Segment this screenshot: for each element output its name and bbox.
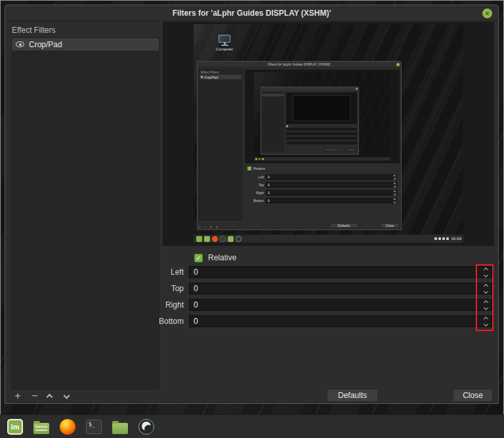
preview-row-field: 0 xyxy=(266,182,397,188)
left-spinner xyxy=(481,267,490,277)
spin-up-icon[interactable] xyxy=(483,283,488,288)
preview-spinner-icons xyxy=(394,183,396,187)
right-label: Right xyxy=(104,300,189,309)
right-row: Right 0 xyxy=(104,299,492,311)
spin-up-icon[interactable] xyxy=(483,316,488,321)
chevron-down-icon xyxy=(64,392,70,399)
spin-down-icon[interactable] xyxy=(483,321,488,326)
relative-checkbox[interactable]: ✓ xyxy=(194,254,203,262)
preview-l2-canvas xyxy=(245,70,400,163)
terminal-icon: $_ xyxy=(86,420,102,434)
visibility-eye-icon[interactable] xyxy=(16,41,24,47)
right-input[interactable]: 0 xyxy=(189,299,492,311)
preview-tray-icon xyxy=(446,237,449,240)
relative-row: ✓ Relative xyxy=(194,252,236,263)
preview-spinner-icons xyxy=(394,175,396,179)
monitor-base xyxy=(221,45,228,46)
preview-l3-titlebar xyxy=(261,87,358,90)
preview-l3-selected-row xyxy=(262,94,284,96)
defaults-button[interactable]: Defaults xyxy=(327,389,378,402)
computer-icon-label: Computer xyxy=(209,47,240,51)
top-row: Top 0 xyxy=(104,283,492,294)
preview-row-field: 0 xyxy=(266,198,397,203)
top-input[interactable]: 0 xyxy=(189,283,492,294)
preview-eye-icon xyxy=(201,76,203,78)
eye-pupil xyxy=(19,43,22,46)
spin-up-icon[interactable] xyxy=(483,300,488,304)
folder-launcher[interactable] xyxy=(112,418,129,435)
chevron-up-icon xyxy=(47,394,53,401)
preview-row-field: 0 xyxy=(266,190,397,195)
preview-l3-taskbar xyxy=(254,157,390,161)
preview-l3-folder-icon xyxy=(262,158,264,160)
preview-l2-video xyxy=(254,72,390,161)
move-filter-down-button[interactable] xyxy=(64,395,74,398)
preview-l3-filter-list xyxy=(262,92,284,151)
preview-l3-close-icon xyxy=(356,88,358,90)
firefox-icon xyxy=(60,419,75,435)
preview-computer-icon: Computer xyxy=(209,35,240,51)
video-preview: Computer Filters for 'aLphr Guides DISPL… xyxy=(194,24,463,243)
obs-launcher[interactable] xyxy=(138,418,155,435)
preview-l3-firefox-icon xyxy=(259,158,261,160)
spin-up-icon[interactable] xyxy=(483,267,488,271)
preview-l3-defaults-button xyxy=(324,148,339,151)
preview-effect-filters-header: Effect Filters xyxy=(200,70,242,75)
preview-taskbar: 01:03 xyxy=(194,234,463,243)
preview-relative-row: Relative xyxy=(247,167,265,170)
bottom-label: Bottom xyxy=(104,317,189,326)
preview-files-icon xyxy=(204,236,210,242)
preview-l3-field xyxy=(286,132,357,135)
right-value: 0 xyxy=(190,300,198,309)
left-input[interactable]: 0 xyxy=(189,266,492,278)
preview-tray-icon xyxy=(442,237,445,240)
spin-down-icon[interactable] xyxy=(483,272,488,277)
desktop-background: Filters for 'aLphr Guides DISPLAY (XSHM)… xyxy=(0,0,504,438)
preview-terminal-icon xyxy=(220,236,226,242)
preview-clock: 01:03 xyxy=(452,237,461,241)
preview-row-label: Right xyxy=(234,191,266,195)
effect-filters-header: Effect Filters xyxy=(12,26,55,35)
preview-filter-label: Crop/Pad xyxy=(204,75,218,79)
filter-item-crop-pad[interactable]: Crop/Pad xyxy=(12,38,159,50)
preview-l3-close-button xyxy=(346,148,356,151)
preview-row-value: 0 xyxy=(266,175,270,179)
window-title: Filters for 'aLphr Guides DISPLAY (XSHM)… xyxy=(173,9,331,18)
preview-list-toolbar: + − ∧ ∨ xyxy=(199,225,219,229)
filter-list[interactable]: Crop/Pad xyxy=(11,37,159,389)
preview-l3-field xyxy=(286,142,357,144)
preview-row-label: Left xyxy=(234,175,266,179)
folder-icon xyxy=(112,423,128,434)
firefox-launcher[interactable] xyxy=(59,418,76,435)
remove-filter-button[interactable]: − xyxy=(30,389,39,403)
add-filter-button[interactable]: + xyxy=(13,389,22,403)
left-label: Left xyxy=(104,268,189,277)
mint-menu-button[interactable]: lm xyxy=(7,418,24,435)
right-spinner xyxy=(481,300,490,310)
move-filter-up-button[interactable] xyxy=(47,393,56,399)
spin-down-icon[interactable] xyxy=(483,289,488,293)
mint-logo-icon: lm xyxy=(7,419,23,435)
obs-icon xyxy=(138,419,154,435)
preview-l3-canvas xyxy=(286,92,357,124)
filters-dialog: Filters for 'aLphr Guides DISPLAY (XSHM)… xyxy=(5,5,499,404)
close-icon[interactable]: ✕ xyxy=(482,9,492,18)
files-launcher[interactable] xyxy=(33,418,50,435)
preview-relative-label: Relative xyxy=(253,167,265,170)
preview-folder-icon xyxy=(228,236,234,242)
close-button[interactable]: Close xyxy=(453,389,493,402)
preview-close-icon xyxy=(396,63,400,66)
spin-down-icon[interactable] xyxy=(483,305,488,309)
preview-l3-video xyxy=(293,95,350,121)
top-spinner xyxy=(481,283,490,294)
preview-menu-icon xyxy=(196,236,202,242)
preview-form-row: Right 0 xyxy=(234,190,397,195)
preview-filters-dialog: Filters for 'aLphr Guides DISPLAY (XSHM)… xyxy=(197,61,402,230)
preview-spinner-icons xyxy=(394,199,396,203)
bottom-input[interactable]: 0 xyxy=(189,315,492,327)
titlebar[interactable]: Filters for 'aLphr Guides DISPLAY (XSHM)… xyxy=(5,5,498,21)
preview-form-row: Top 0 xyxy=(234,182,397,188)
preview-row-field: 0 xyxy=(266,174,397,180)
preview-window-title: Filters for 'aLphr Guides DISPLAY (XSHM)… xyxy=(268,62,330,66)
terminal-launcher[interactable]: $_ xyxy=(85,418,102,435)
